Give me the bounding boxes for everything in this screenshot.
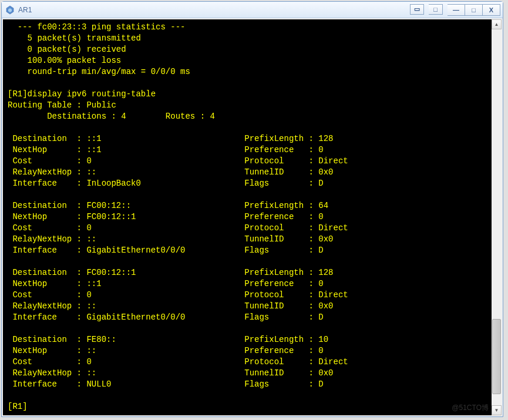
close-button[interactable]: X [483, 4, 500, 16]
window-frame: AR1 ▭ □ — □ X --- fc00:23::3 ping statis… [1, 1, 503, 417]
app-icon [5, 5, 15, 15]
titlebar[interactable]: AR1 ▭ □ — □ X [2, 2, 503, 18]
maximize-button[interactable]: □ [465, 4, 483, 16]
watermark-text: @51CTO博 [452, 403, 489, 413]
window-title: AR1 [18, 6, 410, 14]
scroll-up-button[interactable]: ▲ [492, 19, 502, 29]
window-controls: ▭ □ — □ X [410, 4, 500, 16]
scroll-thumb[interactable] [492, 319, 501, 394]
terminal-container: --- fc00:23::3 ping statistics --- 5 pac… [2, 18, 503, 416]
minimize-button[interactable]: — [448, 4, 465, 16]
terminal-output[interactable]: --- fc00:23::3 ping statistics --- 5 pac… [3, 19, 492, 415]
scroll-down-button[interactable]: ▼ [492, 405, 502, 415]
option-button-2[interactable]: □ [429, 4, 443, 15]
scrollbar[interactable]: ▲ ▼ [492, 19, 502, 415]
option-button-1[interactable]: ▭ [410, 4, 424, 15]
scroll-track[interactable] [492, 29, 502, 405]
